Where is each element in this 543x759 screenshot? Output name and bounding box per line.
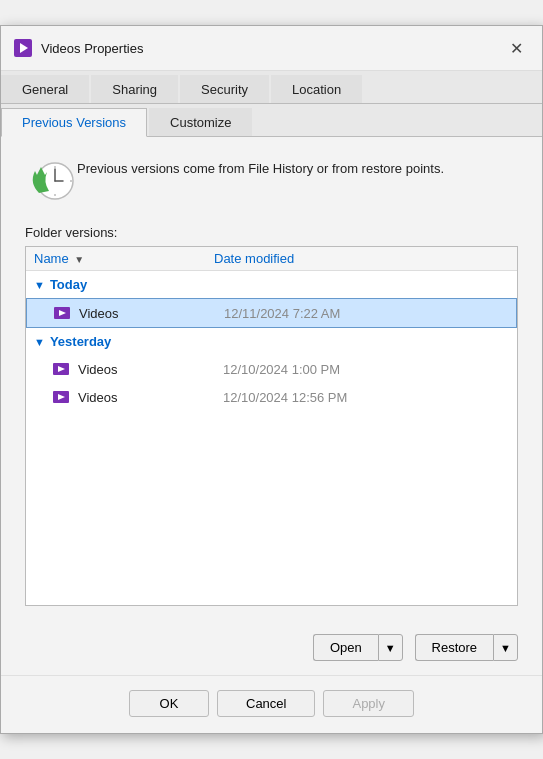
- folder-versions-label: Folder versions:: [25, 225, 518, 240]
- open-split-button: Open ▼: [313, 634, 403, 661]
- tab-security[interactable]: Security: [180, 75, 269, 103]
- version-row-today-0[interactable]: Videos 12/11/2024 7:22 AM: [26, 298, 517, 328]
- close-button[interactable]: ✕: [502, 34, 530, 62]
- info-box: Previous versions come from File History…: [25, 155, 518, 207]
- video-folder-icon-y0: [52, 360, 70, 378]
- group-today-label: Today: [50, 277, 87, 292]
- row-date-yesterday-0: 12/10/2024 1:00 PM: [223, 362, 509, 377]
- tab-general[interactable]: General: [1, 75, 89, 103]
- version-row-yesterday-0[interactable]: Videos 12/10/2024 1:00 PM: [26, 355, 517, 383]
- chevron-icon: ▼: [34, 279, 45, 291]
- restore-split-button: Restore ▼: [415, 634, 518, 661]
- restore-dropdown-arrow[interactable]: ▼: [493, 634, 518, 661]
- col-name-header: Name ▼: [34, 251, 214, 266]
- action-buttons: Open ▼ Restore ▼: [1, 624, 542, 661]
- open-dropdown-arrow[interactable]: ▼: [378, 634, 403, 661]
- row-name-yesterday-1: Videos: [78, 390, 223, 405]
- tab-sharing[interactable]: Sharing: [91, 75, 178, 103]
- chevron-yesterday-icon: ▼: [34, 336, 45, 348]
- apply-button[interactable]: Apply: [323, 690, 414, 717]
- sort-arrow: ▼: [74, 254, 84, 265]
- row-date-yesterday-1: 12/10/2024 12:56 PM: [223, 390, 509, 405]
- group-today[interactable]: ▼ Today: [26, 271, 517, 298]
- info-text: Previous versions come from File History…: [77, 155, 444, 179]
- open-button[interactable]: Open: [313, 634, 378, 661]
- file-history-icon: [25, 155, 77, 207]
- version-row-yesterday-1[interactable]: Videos 12/10/2024 12:56 PM: [26, 383, 517, 411]
- row-name-yesterday-0: Videos: [78, 362, 223, 377]
- ok-button[interactable]: OK: [129, 690, 209, 717]
- video-folder-icon: [53, 304, 71, 322]
- dialog-window: Videos Properties ✕ General Sharing Secu…: [0, 25, 543, 734]
- tabs-row2: Previous Versions Customize: [1, 104, 542, 137]
- col-date-header: Date modified: [214, 251, 509, 266]
- restore-button[interactable]: Restore: [415, 634, 494, 661]
- tab-location[interactable]: Location: [271, 75, 362, 103]
- footer: OK Cancel Apply: [1, 675, 542, 733]
- title-bar: Videos Properties ✕: [1, 26, 542, 71]
- content-area: Previous versions come from File History…: [1, 137, 542, 624]
- cancel-button[interactable]: Cancel: [217, 690, 315, 717]
- window-icon: [13, 38, 33, 58]
- row-name-today-0: Videos: [79, 306, 224, 321]
- row-date-today-0: 12/11/2024 7:22 AM: [224, 306, 508, 321]
- tab-previous-versions[interactable]: Previous Versions: [1, 108, 147, 137]
- window-title: Videos Properties: [41, 41, 502, 56]
- group-yesterday[interactable]: ▼ Yesterday: [26, 328, 517, 355]
- group-yesterday-label: Yesterday: [50, 334, 111, 349]
- video-folder-icon-y1: [52, 388, 70, 406]
- tabs-row1: General Sharing Security Location: [1, 71, 542, 104]
- table-header: Name ▼ Date modified: [26, 247, 517, 271]
- tab-customize[interactable]: Customize: [149, 108, 252, 136]
- versions-table[interactable]: Name ▼ Date modified ▼ Today Videos 12/1…: [25, 246, 518, 606]
